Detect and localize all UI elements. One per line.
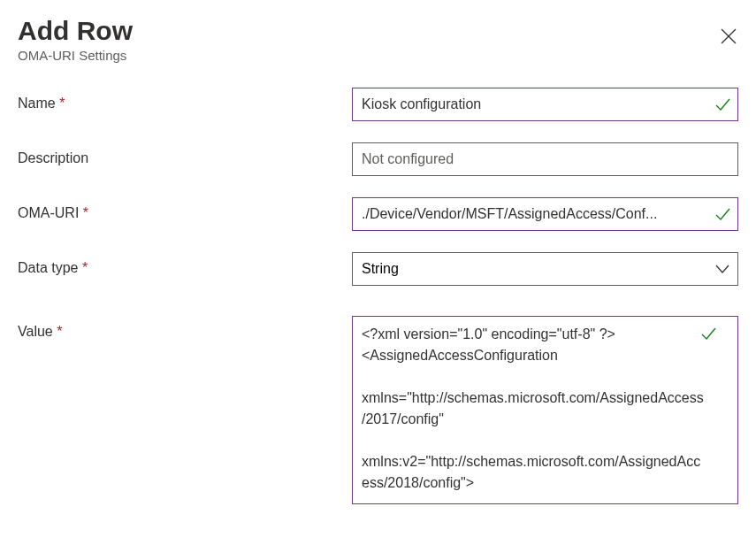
close-icon — [719, 27, 738, 46]
omauri-input[interactable] — [352, 197, 738, 231]
datatype-label: Data type * — [18, 252, 352, 276]
required-indicator: * — [83, 205, 88, 220]
close-button[interactable] — [719, 27, 738, 46]
description-input[interactable] — [352, 142, 738, 176]
value-textarea[interactable] — [352, 316, 738, 504]
datatype-select[interactable]: String — [352, 252, 738, 286]
name-label: Name * — [18, 88, 352, 111]
value-label: Value * — [18, 316, 352, 340]
name-input[interactable] — [352, 88, 738, 121]
panel-title: Add Row — [18, 16, 133, 46]
omauri-label: OMA-URI * — [18, 197, 352, 221]
required-indicator: * — [59, 96, 65, 111]
required-indicator: * — [57, 324, 62, 339]
description-label: Description — [18, 142, 352, 166]
panel-subtitle: OMA-URI Settings — [18, 48, 133, 63]
required-indicator: * — [82, 260, 88, 275]
